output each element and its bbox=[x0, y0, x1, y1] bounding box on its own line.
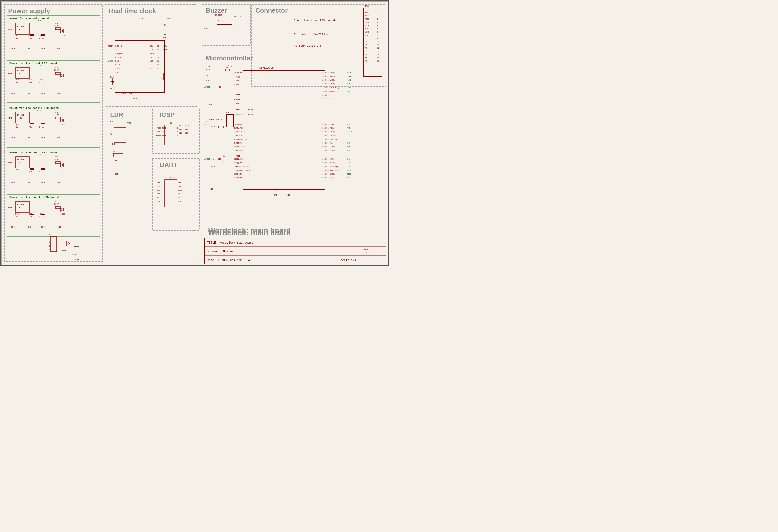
svg-text:PD5(T1): PD5(T1) bbox=[236, 142, 243, 144]
svg-text:DIN: DIN bbox=[347, 72, 351, 74]
svg-text:12: 12 bbox=[234, 158, 236, 160]
svg-text:J1: J1 bbox=[170, 122, 172, 125]
svg-text:PD0(RXD): PD0(RXD) bbox=[236, 124, 245, 126]
svg-text:330?: 330? bbox=[54, 203, 59, 205]
svg-text:P3: P3 bbox=[347, 146, 350, 148]
svg-text:330?: 330? bbox=[54, 24, 59, 27]
svg-text:T1: T1 bbox=[365, 37, 367, 40]
svg-text:GND: GND bbox=[41, 136, 45, 139]
svg-text:VCC3: VCC3 bbox=[365, 21, 369, 23]
svg-text:JP2: JP2 bbox=[170, 176, 174, 179]
svg-text:IN  OUT: IN OUT bbox=[17, 69, 24, 72]
svg-text:ADC6: ADC6 bbox=[325, 94, 330, 96]
svg-text:ADC7: ADC7 bbox=[236, 102, 240, 104]
svg-rect-456 bbox=[347, 232, 352, 234]
svg-text:Connector: Connector bbox=[255, 7, 288, 14]
svg-text:2: 2 bbox=[115, 49, 116, 51]
svg-text:VCC: VCC bbox=[236, 80, 239, 82]
svg-text:4: 4 bbox=[115, 56, 116, 58]
svg-text:JP3: JP3 bbox=[365, 5, 369, 8]
svg-rect-172 bbox=[115, 41, 165, 93]
svg-text:PC3(ADC3): PC3(ADC3) bbox=[325, 83, 335, 85]
svg-text:12: 12 bbox=[322, 158, 324, 160]
svg-text:2: 2 bbox=[234, 138, 235, 140]
svg-text:C14: C14 bbox=[40, 168, 44, 170]
svg-text:6: 6 bbox=[377, 28, 378, 30]
svg-text:SDA: SDA bbox=[150, 49, 153, 51]
svg-text:21: 21 bbox=[223, 155, 225, 157]
svg-text:5V: 5V bbox=[16, 215, 18, 218]
svg-text:CLK: CLK bbox=[365, 34, 368, 36]
svg-text:GND: GND bbox=[210, 188, 213, 190]
svg-text:P1: P1 bbox=[347, 158, 350, 160]
svg-text:31: 31 bbox=[234, 127, 236, 129]
svg-text:MISO: MISO bbox=[346, 173, 351, 175]
svg-text:SCK: SCK bbox=[347, 176, 351, 179]
svg-rect-274 bbox=[217, 17, 232, 24]
svg-text:PB5(SCK): PB5(SCK) bbox=[236, 177, 245, 179]
svg-text:C9: C9 bbox=[211, 118, 214, 121]
svg-text:DTR: DTR bbox=[178, 201, 181, 203]
svg-text:ADJ: ADJ bbox=[19, 206, 22, 209]
svg-text:19: 19 bbox=[322, 94, 324, 96]
svg-text:PB1(OC1A): PB1(OC1A) bbox=[236, 162, 246, 164]
svg-text:24: 24 bbox=[322, 76, 324, 77]
svg-text:VCC3: VCC3 bbox=[37, 109, 42, 111]
svg-text:IC5: IC5 bbox=[205, 121, 208, 123]
svg-rect-64 bbox=[55, 72, 60, 74]
svg-rect-36 bbox=[7, 60, 100, 102]
svg-text:C4: C4 bbox=[29, 34, 32, 37]
svg-text:330?: 330? bbox=[54, 158, 59, 160]
svg-text:C15: C15 bbox=[29, 213, 32, 215]
svg-text:GND: GND bbox=[75, 258, 79, 261]
svg-text:ADJ: ADJ bbox=[19, 72, 22, 75]
svg-text:13: 13 bbox=[234, 162, 236, 164]
svg-text:LDR: LDR bbox=[110, 111, 124, 119]
svg-text:Buzzer: Buzzer bbox=[206, 7, 227, 14]
svg-text:MISO: MISO bbox=[162, 127, 166, 129]
svg-text:IN  OUT: IN OUT bbox=[17, 25, 24, 27]
svg-text:/RST: /RST bbox=[117, 56, 121, 58]
svg-text:PD3(INT1): PD3(INT1) bbox=[325, 135, 335, 137]
svg-text:+5: +5 bbox=[179, 125, 180, 127]
svg-text:IN  OUT: IN OUT bbox=[17, 204, 24, 206]
svg-rect-281 bbox=[364, 8, 382, 76]
svg-text:GND: GND bbox=[11, 48, 15, 50]
svg-rect-272 bbox=[202, 4, 250, 46]
svg-rect-236 bbox=[165, 125, 177, 145]
svg-text:10: 10 bbox=[377, 41, 379, 43]
svg-text:GND: GND bbox=[11, 226, 15, 228]
svg-text:NC: NC bbox=[117, 60, 119, 62]
svg-text:C12: C12 bbox=[40, 124, 44, 126]
svg-text:SCK: SCK bbox=[162, 131, 165, 133]
svg-text:GND: GND bbox=[178, 182, 181, 184]
svg-text:GND: GND bbox=[179, 132, 182, 134]
svg-text:6: 6 bbox=[234, 84, 235, 86]
svg-text:IC4: IC4 bbox=[15, 168, 19, 170]
svg-text:C6: C6 bbox=[29, 79, 32, 81]
svg-text:PB2(SS/OC1B): PB2(SS/OC1B) bbox=[236, 166, 249, 168]
svg-text:Power for the third LED board: Power for the third LED board bbox=[9, 151, 57, 154]
svg-text:BUZZER: BUZZER bbox=[345, 131, 352, 133]
svg-text:TXO: TXO bbox=[157, 193, 160, 195]
svg-rect-156 bbox=[51, 237, 57, 251]
svg-text:C18: C18 bbox=[110, 76, 114, 78]
svg-text:T1: T1 bbox=[347, 134, 350, 137]
svg-text:GND: GND bbox=[57, 136, 61, 139]
svg-text:22p: 22p bbox=[216, 126, 220, 128]
svg-text:MISO: MISO bbox=[157, 127, 161, 129]
svg-text:VCC2: VCC2 bbox=[37, 154, 42, 156]
svg-text:2: 2 bbox=[322, 138, 323, 140]
svg-text:30: 30 bbox=[322, 124, 324, 126]
svg-text:VCC4: VCC4 bbox=[365, 24, 369, 26]
svg-text:VINP: VINP bbox=[62, 249, 66, 251]
svg-text:Real time clock: Real time clock bbox=[109, 7, 156, 15]
svg-text:BUZZER: BUZZER bbox=[215, 14, 222, 16]
svg-text:GND: GND bbox=[157, 182, 160, 184]
svg-text:5V: 5V bbox=[16, 81, 18, 83]
svg-text:22p: 22p bbox=[221, 126, 225, 128]
svg-text:PC6(RESET): PC6(RESET) bbox=[236, 72, 247, 74]
svg-text:MOSI: MOSI bbox=[184, 129, 189, 130]
svg-text:GND: GND bbox=[27, 136, 31, 139]
svg-text:22: 22 bbox=[322, 98, 324, 100]
